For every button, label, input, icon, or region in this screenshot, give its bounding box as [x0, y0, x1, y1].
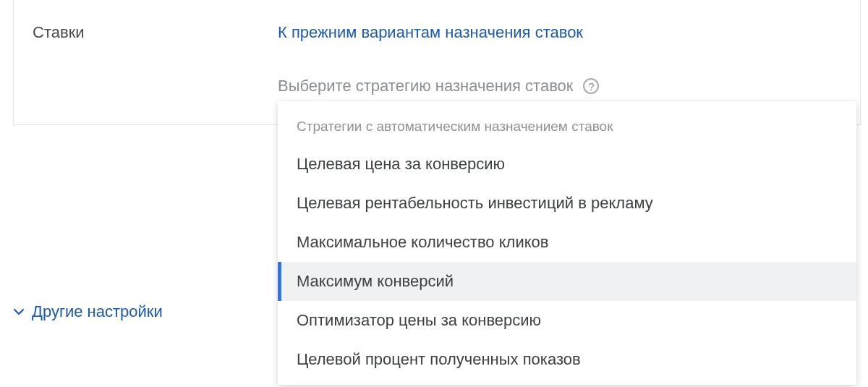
strategy-dropdown: Стратегии с автоматическим назначением с…	[278, 101, 856, 385]
subheading-row: Выберите стратегию назначения ставок ?	[278, 77, 860, 95]
dropdown-item[interactable]: Максимальное количество кликов	[278, 223, 856, 262]
dropdown-item[interactable]: Максимум конверсий	[278, 262, 856, 301]
strategy-subheading: Выберите стратегию назначения ставок	[278, 77, 573, 95]
back-to-previous-link[interactable]: К прежним вариантам назначения ставок	[278, 23, 583, 42]
section-content: К прежним вариантам назначения ставок Вы…	[278, 23, 860, 95]
other-settings-toggle[interactable]: Другие настройки	[13, 302, 163, 321]
chevron-down-icon	[13, 306, 25, 318]
dropdown-item[interactable]: Целевая цена за конверсию	[278, 145, 856, 184]
dropdown-section-label: Стратегии с автоматическим назначением с…	[278, 106, 856, 145]
dropdown-item[interactable]: Целевой процент полученных показов	[278, 340, 856, 379]
help-icon[interactable]: ?	[583, 78, 599, 94]
dropdown-item[interactable]: Целевая рентабельность инвестиций в рекл…	[278, 184, 856, 223]
dropdown-item[interactable]: Оптимизатор цены за конверсию	[278, 301, 856, 340]
section-label: Ставки	[14, 23, 278, 95]
other-settings-label: Другие настройки	[32, 302, 163, 321]
